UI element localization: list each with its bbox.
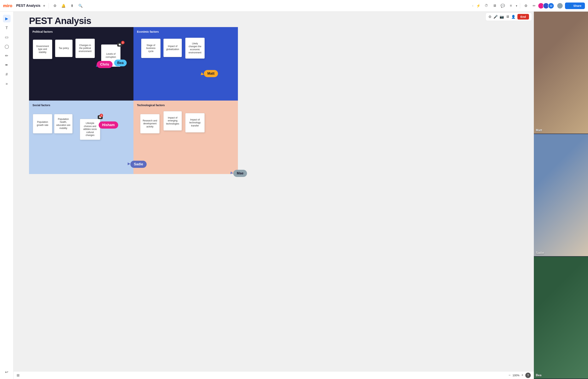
quadrant-social: Social factors Population growth rate Po… <box>29 101 133 174</box>
sticky-tax[interactable]: Tax policy <box>55 40 73 57</box>
video-label-bea: Bea <box>536 374 541 377</box>
quadrant-economic: Econimic factors Stage of business cycle… <box>133 27 238 101</box>
help-button[interactable]: ? <box>525 373 531 378</box>
camera-icon[interactable]: 📷 <box>500 15 504 19</box>
sadie-arrow-icon: ▶ <box>128 161 130 166</box>
sticky-business-cycle[interactable]: Stage of business cycle <box>141 39 160 58</box>
comment-badge-social: 3 <box>100 114 103 117</box>
cursor-label-hisham: Hisham <box>99 121 118 128</box>
zoom-out-button[interactable]: − <box>509 373 511 377</box>
toolbar-more-icon[interactable]: ▾ <box>516 4 517 7</box>
pen-tool[interactable]: ✏ <box>3 52 11 60</box>
sticky-globalization[interactable]: Impact of globalization <box>163 39 182 57</box>
left-sidebar: ▶ T ▭ ◯ ✏ ✒ # » ↩ <box>0 12 14 379</box>
page-title: PEST Analysis <box>29 16 91 26</box>
meeting-bar: ⚙ 🎤 📷 🖥 👤 End <box>485 13 532 21</box>
project-name: PEST Analysis <box>16 4 40 8</box>
avatar-stack: 12 <box>539 3 554 9</box>
political-label: Political factors <box>32 30 130 33</box>
toolbar-right: ‹ ⚡ ⏱ 🖥 💬 ≡ ▾ ⚙ ✏ 12 👤 Share <box>472 2 585 9</box>
person-icon[interactable]: 👤 <box>511 15 515 19</box>
cursor-label-matt: Matt <box>204 70 218 77</box>
upload-icon[interactable]: ⬆ <box>69 3 75 9</box>
clock-icon[interactable]: ⏱ <box>483 3 490 9</box>
mic-icon[interactable]: 🎤 <box>493 15 498 19</box>
share-icon: 👤 <box>569 4 572 8</box>
share-button[interactable]: 👤 Share <box>565 2 585 9</box>
sticky-tool[interactable]: ▭ <box>3 33 11 41</box>
bottom-bar: ⊞ − 100% + ? <box>14 371 534 379</box>
text-tool[interactable]: T <box>3 24 11 32</box>
avatar-count[interactable]: 12 <box>548 3 554 9</box>
screen-icon[interactable]: 🖥 <box>492 3 498 9</box>
video-tile-bea: Bea <box>534 257 588 379</box>
cursor-label-mae: Mae <box>233 170 247 177</box>
search-icon[interactable]: 🔍 <box>77 3 83 9</box>
present-icon[interactable]: 💬 <box>500 3 506 9</box>
sticky-likely-changes[interactable]: Likely changes the economic environment <box>185 38 205 59</box>
sticky-tech-transfer[interactable]: Impact of technology transfer <box>185 113 205 132</box>
video-label-sadie: Sadie <box>536 251 544 255</box>
sep2 <box>520 3 520 9</box>
cursor-sadie: ▶ Sadie <box>128 161 130 166</box>
frame-tool[interactable]: # <box>3 70 11 78</box>
map-icon[interactable]: ⊞ <box>17 373 19 378</box>
undo-icon[interactable]: ↩ <box>3 368 11 376</box>
miro-logo: miro <box>3 3 12 8</box>
sticky-gov[interactable]: Government type and stability <box>33 40 52 59</box>
star-icon[interactable]: ★ <box>43 4 46 8</box>
marker-tool[interactable]: ✒ <box>3 61 11 69</box>
settings-meeting-icon[interactable]: ⚙ <box>488 15 492 19</box>
sticky-population-health[interactable]: Population health, education are mobilit… <box>54 114 73 133</box>
grid-icon[interactable]: ≡ <box>508 3 514 9</box>
settings-icon[interactable]: ⚙ <box>52 3 58 9</box>
sticky-emerging-tech[interactable]: Impact of emerging technologies <box>163 111 182 130</box>
nav-left-icon[interactable]: ‹ <box>472 4 473 8</box>
separator <box>48 3 49 9</box>
notifications-icon[interactable]: 🔔 <box>60 3 66 9</box>
cursor-label-bea: Bea <box>114 60 127 66</box>
zoom-in-button[interactable]: + <box>521 373 524 377</box>
more-tools[interactable]: » <box>3 80 11 87</box>
zoom-level: 100% <box>513 374 520 377</box>
sticky-lifestyle[interactable]: Lifestyle choices and attitdes socio cul… <box>80 119 100 140</box>
social-label: Social factors <box>32 104 130 107</box>
screen-share-icon[interactable]: 🖥 <box>506 15 509 19</box>
mae-arrow-icon: ▶ <box>230 170 234 175</box>
avatar-self <box>557 3 563 9</box>
video-panel: Matt Sadie Bea <box>534 12 588 379</box>
select-tool[interactable]: ▶ <box>3 15 11 22</box>
video-label-matt: Matt <box>536 128 542 132</box>
sticky-research[interactable]: Research and development activity <box>140 114 159 133</box>
video-tile-matt: Matt <box>534 12 588 134</box>
cursor-chris: ▲ Chris <box>95 63 99 68</box>
quadrant-tech: Technological factors Research and devel… <box>133 101 238 174</box>
economic-label: Econimic factors <box>137 30 234 33</box>
sticky-population-growth[interactable]: Population growth rate <box>33 114 52 133</box>
lightning-icon[interactable]: ⚡ <box>475 3 481 9</box>
cursor-icon[interactable]: ✏ <box>531 3 537 9</box>
end-button[interactable]: End <box>517 14 529 19</box>
canvas[interactable]: PEST Analysis Political factors Governme… <box>14 12 534 371</box>
top-toolbar: miro PEST Analysis ★ ⚙ 🔔 ⬆ 🔍 ‹ ⚡ ⏱ 🖥 💬 ≡… <box>0 0 588 12</box>
filter-icon[interactable]: ⚙ <box>523 3 529 9</box>
cursor-label-sadie: Sadie <box>130 161 147 168</box>
tech-label: Technological factors <box>137 104 234 107</box>
video-tile-sadie: Sadie <box>534 134 588 256</box>
cursor-mae: ▶ Mae <box>231 171 233 175</box>
cursor-label-chris: Chris <box>97 61 112 68</box>
pest-grid: PEST Analysis Political factors Governme… <box>29 27 238 174</box>
cursor-matt: ▶ Matt <box>201 72 204 76</box>
sticky-changes[interactable]: Changes in the political environment <box>75 39 95 58</box>
shape-tool[interactable]: ◯ <box>3 43 11 50</box>
comment-badge-political: 2 <box>121 41 125 44</box>
